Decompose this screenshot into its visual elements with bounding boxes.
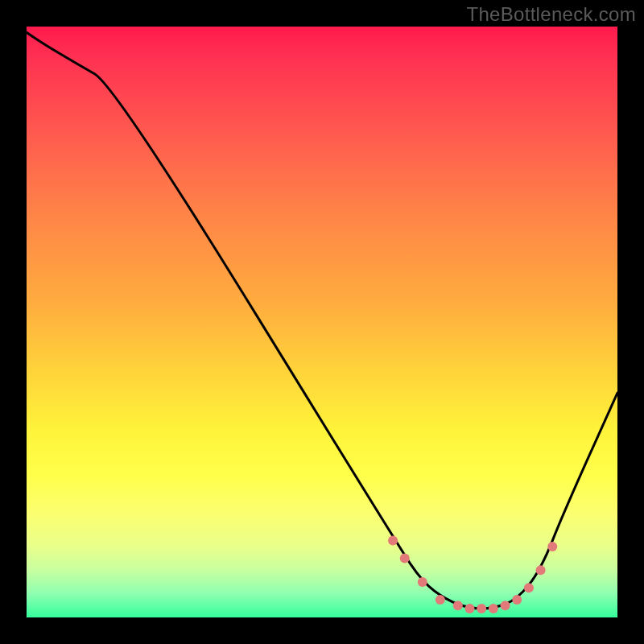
watermark-label: TheBottleneck.com bbox=[466, 3, 636, 26]
highlight-dot bbox=[477, 604, 486, 613]
highlight-dot bbox=[465, 604, 475, 613]
highlight-dot bbox=[489, 604, 498, 613]
highlight-dot bbox=[400, 554, 410, 564]
highlight-dot bbox=[501, 601, 510, 610]
bottleneck-curve bbox=[27, 32, 617, 609]
highlight-dot bbox=[436, 595, 445, 605]
highlight-dot bbox=[418, 577, 427, 587]
highlight-dot bbox=[547, 542, 557, 551]
highlight-dot bbox=[388, 536, 398, 546]
highlight-dot bbox=[453, 601, 463, 610]
highlight-dot bbox=[524, 583, 534, 592]
highlight-dot bbox=[536, 565, 546, 575]
highlight-dots bbox=[388, 536, 557, 613]
highlight-dot bbox=[512, 595, 522, 605]
chart-frame: TheBottleneck.com bbox=[0, 0, 644, 644]
chart-svg bbox=[27, 27, 617, 617]
plot-area bbox=[27, 27, 617, 617]
